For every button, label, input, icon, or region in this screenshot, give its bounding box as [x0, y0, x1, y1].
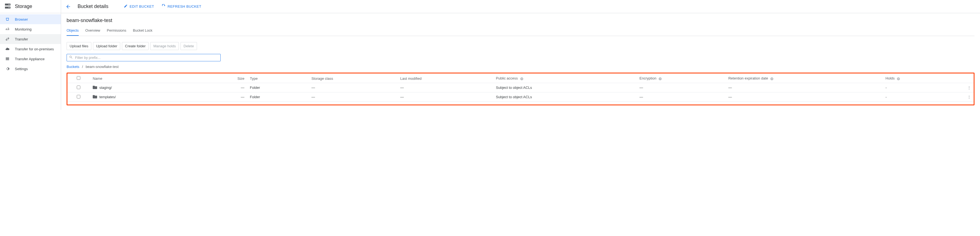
cell-storage-class: —	[309, 92, 398, 102]
svg-rect-2	[8, 5, 10, 5]
breadcrumb-separator: /	[82, 65, 83, 69]
tab-bucket-lock[interactable]: Bucket Lock	[133, 26, 153, 36]
transfer-icon	[5, 37, 10, 41]
row-menu-button[interactable]: ⋮	[967, 86, 971, 90]
table-row[interactable]: templates/ — Folder — — Subject to objec…	[67, 92, 974, 102]
sidebar-item-label: Monitoring	[15, 27, 32, 31]
sidebar-item-label: Settings	[15, 67, 28, 71]
sidebar-item-settings[interactable]: Settings	[0, 64, 61, 74]
row-checkbox[interactable]	[77, 86, 80, 89]
col-encryption[interactable]: Encryption ?	[636, 74, 725, 83]
bucket-icon	[5, 17, 10, 21]
create-folder-button[interactable]: Create folder	[122, 42, 149, 50]
help-icon[interactable]: ?	[897, 77, 900, 81]
page-title: Bucket details	[78, 3, 108, 10]
col-retention[interactable]: Retention expiration date ?	[725, 74, 883, 83]
main: Bucket details EDIT BUCKET REFRESH BUCKE…	[61, 0, 980, 110]
cell-size: —	[213, 83, 247, 92]
filter-input[interactable]	[75, 56, 218, 60]
cloud-upload-icon	[5, 47, 10, 51]
object-name[interactable]: templates/	[99, 95, 116, 99]
upload-folder-button[interactable]: Upload folder	[93, 42, 120, 50]
folder-icon	[93, 85, 97, 90]
cell-retention: —	[725, 83, 883, 92]
cell-type: Folder	[247, 83, 309, 92]
appliance-icon	[5, 57, 10, 61]
sidebar-item-label: Transfer	[15, 37, 28, 41]
breadcrumb-root[interactable]: Buckets	[67, 65, 79, 69]
topbar: Bucket details EDIT BUCKET REFRESH BUCKE…	[61, 0, 980, 13]
sidebar: Storage Browser Monitoring Transfer	[0, 0, 61, 110]
gear-icon	[5, 67, 10, 71]
cell-public-access: Subject to object ACLs	[493, 83, 637, 92]
top-actions: EDIT BUCKET REFRESH BUCKET	[124, 4, 201, 9]
pencil-icon	[124, 4, 128, 9]
cell-size: —	[213, 92, 247, 102]
sidebar-item-browser[interactable]: Browser	[0, 14, 61, 24]
cell-encryption: —	[636, 83, 725, 92]
bucket-name: beam-snowflake-test	[67, 18, 975, 23]
svg-text:?: ?	[521, 78, 522, 80]
help-icon[interactable]: ?	[770, 77, 774, 81]
help-icon[interactable]: ?	[659, 77, 662, 81]
svg-text:?: ?	[660, 78, 661, 80]
sidebar-item-label: Browser	[15, 18, 28, 21]
sidebar-item-monitoring[interactable]: Monitoring	[0, 24, 61, 34]
back-button[interactable]	[65, 4, 71, 10]
col-size[interactable]: Size	[213, 74, 247, 83]
cell-type: Folder	[247, 92, 309, 102]
col-last-modified[interactable]: Last modified	[398, 74, 493, 83]
sidebar-item-label: Transfer for on-premises	[15, 47, 54, 51]
chart-icon	[5, 27, 10, 31]
tab-overview[interactable]: Overview	[85, 26, 100, 36]
col-storage-class[interactable]: Storage class	[309, 74, 398, 83]
edit-bucket-label: EDIT BUCKET	[130, 5, 154, 8]
nav: Browser Monitoring Transfer Transfer for…	[0, 13, 61, 74]
sidebar-item-label: Transfer Appliance	[15, 57, 45, 61]
sidebar-item-transfer-on-prem[interactable]: Transfer for on-premises	[0, 44, 61, 54]
svg-text:?: ?	[898, 78, 899, 80]
svg-rect-3	[8, 8, 10, 8]
sidebar-item-transfer[interactable]: Transfer	[0, 34, 61, 44]
cell-holds: -	[883, 83, 951, 92]
storage-icon	[5, 3, 10, 10]
select-all-checkbox[interactable]	[77, 76, 80, 80]
delete-button: Delete	[180, 42, 197, 50]
refresh-icon	[162, 4, 165, 9]
product-title: Storage	[15, 3, 32, 10]
cell-last-modified: —	[398, 92, 493, 102]
tab-objects[interactable]: Objects	[67, 26, 79, 36]
col-name[interactable]: Name	[90, 74, 213, 83]
object-name[interactable]: staging/	[99, 86, 112, 90]
help-icon[interactable]: ?	[520, 77, 523, 81]
col-type[interactable]: Type	[247, 74, 309, 83]
search-icon	[69, 55, 73, 60]
edit-bucket-button[interactable]: EDIT BUCKET	[124, 4, 154, 9]
cell-retention: —	[725, 92, 883, 102]
cell-holds: -	[883, 92, 951, 102]
tab-permissions[interactable]: Permissions	[107, 26, 126, 36]
row-menu-button[interactable]: ⋮	[967, 95, 971, 99]
table-header-row: Name Size Type Storage class Last modifi…	[67, 74, 974, 83]
breadcrumb-current: beam-snowflake-test	[86, 65, 119, 69]
cell-public-access: Subject to object ACLs	[493, 92, 637, 102]
product-header: Storage	[0, 0, 61, 13]
cell-last-modified: —	[398, 83, 493, 92]
refresh-bucket-button[interactable]: REFRESH BUCKET	[162, 4, 201, 9]
objects-table-highlight: Name Size Type Storage class Last modifi…	[67, 73, 975, 105]
objects-table: Name Size Type Storage class Last modifi…	[67, 74, 974, 102]
cell-storage-class: —	[309, 83, 398, 92]
manage-holds-button: Manage holds	[150, 42, 179, 50]
row-checkbox[interactable]	[77, 95, 80, 99]
breadcrumb: Buckets / beam-snowflake-test	[67, 65, 975, 69]
svg-text:?: ?	[772, 78, 773, 80]
table-row[interactable]: staging/ — Folder — — Subject to object …	[67, 83, 974, 92]
refresh-bucket-label: REFRESH BUCKET	[167, 5, 201, 8]
folder-icon	[93, 95, 97, 99]
tabs: Objects Overview Permissions Bucket Lock	[67, 26, 975, 36]
col-holds[interactable]: Holds ?	[883, 74, 951, 83]
sidebar-item-transfer-appliance[interactable]: Transfer Appliance	[0, 54, 61, 64]
col-public-access[interactable]: Public access ?	[493, 74, 637, 83]
filter-box[interactable]	[67, 54, 221, 61]
upload-files-button[interactable]: Upload files	[67, 42, 91, 50]
